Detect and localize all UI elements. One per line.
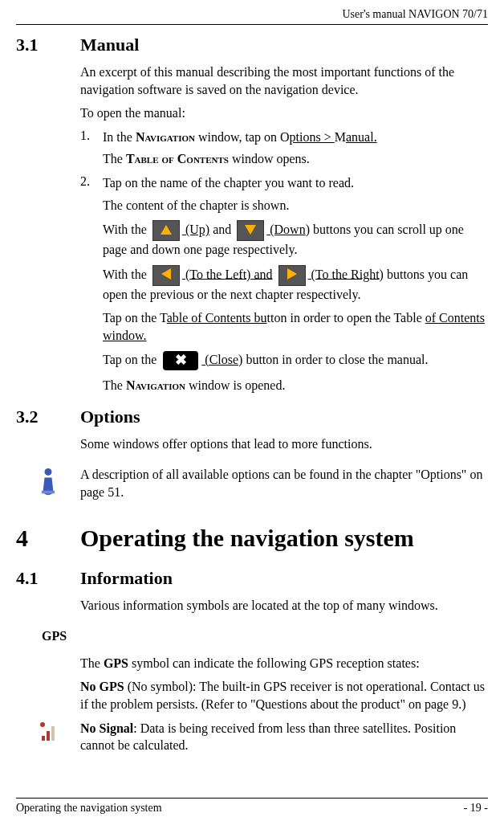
paragraph: The Navigation window is opened. — [103, 377, 488, 394]
info-icon-col — [16, 466, 80, 507]
text: The — [80, 656, 104, 670]
down-button-icon — [237, 220, 264, 241]
text: The — [103, 152, 126, 165]
list-number: 2. — [80, 174, 103, 192]
list-number: 1. — [80, 129, 103, 146]
svg-point-4 — [40, 722, 45, 727]
text: Tap on the — [103, 353, 160, 366]
list-item: 1. In the Navigation window, tap on Opti… — [80, 129, 488, 146]
section-title: Information — [80, 568, 488, 589]
page-header: User's manual NAVIGON 70/71 — [16, 8, 488, 25]
nosignal-bold: No Signal — [80, 721, 133, 735]
text: With the — [103, 267, 150, 280]
text: and — [209, 223, 234, 236]
section-4-1: 4.1 Information Various information symb… — [16, 568, 488, 621]
arrow-up-icon — [161, 225, 172, 235]
paragraph: With the (To the Left) and (To the Right… — [103, 265, 488, 304]
paragraph: No GPS (No symbol): The built-in GPS rec… — [80, 678, 488, 713]
underline-text: (Up) — [182, 223, 209, 236]
paragraph: No Signal: Data is being received from l… — [80, 720, 488, 754]
paragraph: Tap on the Table of Contents button in o… — [103, 309, 488, 344]
paragraph: With the (Up) and (Down) buttons you can… — [103, 220, 488, 259]
text: window is opened. — [185, 378, 285, 392]
list-sub: The content of the chapter is shown. — [103, 197, 488, 214]
text: : Data is being received from less than … — [80, 721, 456, 753]
list-item: 2. Tap on the name of the chapter you wa… — [80, 174, 488, 192]
up-button-icon — [152, 220, 180, 241]
svg-point-0 — [45, 468, 52, 476]
text: symbol can indicate the following GPS re… — [128, 656, 420, 670]
paragraph: Various information symbols are located … — [80, 597, 488, 615]
underline-text: (Close — [201, 353, 238, 366]
text: The — [103, 378, 126, 392]
paragraph: Tap on the ✖ (Close) button in order to … — [103, 351, 488, 370]
underline-text: able of Contents bu — [167, 311, 267, 325]
text: window, tap on O — [195, 130, 290, 144]
text: (No symbol): The built-in GPS receiver i… — [80, 680, 485, 711]
chapter-number: 4 — [16, 525, 80, 562]
arrow-right-icon — [287, 268, 297, 280]
footer-left: Operating the navigation system — [16, 802, 162, 815]
no-signal-icon — [40, 721, 56, 742]
section-title: Manual — [80, 35, 488, 55]
section-title: Options — [80, 406, 488, 427]
underline-text: ptions > — [290, 130, 335, 144]
close-button-icon: ✖ — [163, 351, 198, 370]
text — [273, 267, 276, 280]
underline-text: (To the Right — [308, 267, 380, 280]
text: In the — [103, 130, 136, 144]
chapter-4: 4 Operating the navigation system — [16, 525, 488, 562]
paragraph: Some windows offer options that lead to … — [80, 435, 488, 453]
nogps-bold: No GPS — [80, 680, 124, 693]
left-button-icon — [152, 265, 180, 286]
navigation-sc: Navigation — [126, 378, 185, 392]
section-number: 3.2 — [16, 406, 80, 460]
chapter-title: Operating the navigation system — [80, 525, 488, 552]
list-body: Tap on the name of the chapter you want … — [103, 174, 488, 192]
navigation-sc: Navigation — [136, 130, 195, 144]
arrow-down-icon — [245, 225, 256, 235]
gps-bold: GPS — [104, 656, 128, 670]
header-right: User's manual NAVIGON 70/71 — [342, 8, 488, 20]
text: M — [335, 130, 346, 144]
svg-rect-1 — [42, 736, 45, 741]
underline-text: (Down — [266, 223, 305, 236]
paragraph: An excerpt of this manual describing the… — [80, 63, 488, 98]
note-row: A description of all available options c… — [16, 466, 488, 507]
footer-right: - 19 - — [464, 802, 488, 815]
section-3-1: 3.1 Manual An excerpt of this manual des… — [16, 35, 488, 400]
nosignal-icon-col — [16, 720, 80, 761]
section-number: 4.1 — [16, 568, 80, 621]
paragraph: The GPS symbol can indicate the followin… — [80, 655, 488, 672]
text: With the — [103, 223, 150, 236]
svg-rect-3 — [51, 726, 55, 741]
note-text: A description of all available options c… — [80, 466, 488, 500]
list-sub: The Table of Contents window opens. — [103, 150, 488, 168]
list-body: In the Navigation window, tap on Options… — [103, 129, 488, 146]
paragraph: To open the manual: — [80, 104, 488, 122]
section-3-2: 3.2 Options Some windows offer options t… — [16, 406, 488, 460]
underline-text: anual. — [346, 130, 377, 144]
info-icon — [36, 468, 60, 496]
section-number: 3.1 — [16, 35, 80, 400]
text: window opens. — [229, 152, 310, 165]
toc-sc: Table of Contents — [126, 152, 229, 165]
arrow-left-icon — [161, 268, 171, 280]
right-button-icon — [278, 265, 306, 286]
text: Tap on the T — [103, 311, 167, 325]
svg-rect-2 — [47, 731, 50, 741]
underline-text: (To the Left) and — [182, 267, 273, 280]
page-footer: Operating the navigation system - 19 - — [16, 798, 488, 815]
text: tton in order to open the Table — [267, 311, 425, 325]
nosignal-row: No Signal: Data is being received from l… — [16, 720, 488, 761]
gps-subheading: GPS — [42, 629, 488, 643]
text: ) button in order to close the manual. — [238, 353, 428, 366]
